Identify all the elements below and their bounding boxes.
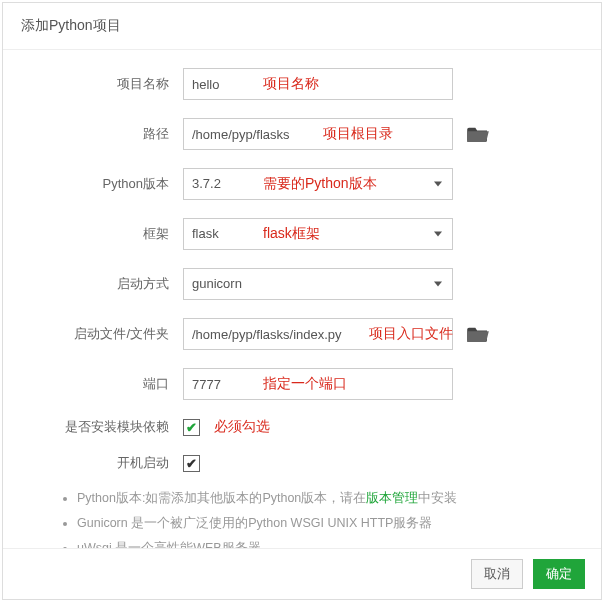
control-path: 项目根目录 — [183, 118, 453, 150]
cancel-button[interactable]: 取消 — [471, 559, 523, 589]
version-manage-link[interactable]: 版本管理 — [366, 491, 418, 505]
label-entry: 启动文件/文件夹 — [33, 325, 183, 343]
hint-text: 中安装 — [418, 491, 457, 505]
control-port: 指定一个端口 — [183, 368, 453, 400]
control-runmode: gunicorn — [183, 268, 453, 300]
dialog-title: 添加Python项目 — [3, 3, 601, 50]
label-framework: 框架 — [33, 225, 183, 243]
row-boot: 开机启动 — [33, 454, 571, 472]
chevron-down-icon — [434, 182, 442, 187]
ok-button[interactable]: 确定 — [533, 559, 585, 589]
row-name: 项目名称 项目名称 — [33, 68, 571, 100]
runmode-select[interactable]: gunicorn — [183, 268, 453, 300]
project-name-input[interactable] — [183, 68, 453, 100]
hints-list: Python版本:如需添加其他版本的Python版本，请在版本管理中安装 Gun… — [33, 490, 571, 548]
row-path: 路径 项目根目录 — [33, 118, 571, 150]
python-version-select[interactable]: 3.7.2 — [183, 168, 453, 200]
control-framework: flask flask框架 — [183, 218, 453, 250]
control-pyver: 3.7.2 需要的Python版本 — [183, 168, 453, 200]
control-name: 项目名称 — [183, 68, 453, 100]
hint-item: Gunicorn 是一个被广泛使用的Python WSGI UNIX HTTP服… — [77, 515, 571, 532]
boot-on-start-checkbox[interactable] — [183, 455, 200, 472]
row-install-deps: 是否安装模块依赖 必须勾选 — [33, 418, 571, 436]
label-boot: 开机启动 — [33, 454, 183, 472]
entry-file-input[interactable] — [183, 318, 453, 350]
install-deps-checkbox[interactable] — [183, 419, 200, 436]
project-path-input[interactable] — [183, 118, 453, 150]
hint-item: uWsgi 是一个高性能WEB服务器 — [77, 540, 571, 548]
row-port: 端口 指定一个端口 — [33, 368, 571, 400]
label-runmode: 启动方式 — [33, 275, 183, 293]
label-install-deps: 是否安装模块依赖 — [33, 418, 183, 436]
add-python-project-dialog: 添加Python项目 项目名称 项目名称 路径 项目根目录 Python版本 — [2, 2, 602, 600]
row-runmode: 启动方式 gunicorn — [33, 268, 571, 300]
port-input[interactable] — [183, 368, 453, 400]
label-pyver: Python版本 — [33, 175, 183, 193]
row-entry: 启动文件/文件夹 项目入口文件 — [33, 318, 571, 350]
label-path: 路径 — [33, 125, 183, 143]
dialog-footer: 取消 确定 — [3, 548, 601, 599]
annot-install-deps: 必须勾选 — [214, 418, 270, 436]
folder-icon[interactable] — [467, 325, 489, 343]
python-version-value: 3.7.2 — [192, 176, 221, 191]
framework-value: flask — [192, 226, 219, 241]
label-port: 端口 — [33, 375, 183, 393]
framework-select[interactable]: flask — [183, 218, 453, 250]
hint-item: Python版本:如需添加其他版本的Python版本，请在版本管理中安装 — [77, 490, 571, 507]
row-framework: 框架 flask flask框架 — [33, 218, 571, 250]
row-pyver: Python版本 3.7.2 需要的Python版本 — [33, 168, 571, 200]
chevron-down-icon — [434, 232, 442, 237]
hint-text: Python版本:如需添加其他版本的Python版本，请在 — [77, 491, 366, 505]
folder-icon[interactable] — [467, 125, 489, 143]
label-name: 项目名称 — [33, 75, 183, 93]
control-entry: 项目入口文件 — [183, 318, 453, 350]
chevron-down-icon — [434, 282, 442, 287]
runmode-value: gunicorn — [192, 276, 242, 291]
dialog-body: 项目名称 项目名称 路径 项目根目录 Python版本 3.7.2 — [3, 50, 601, 548]
